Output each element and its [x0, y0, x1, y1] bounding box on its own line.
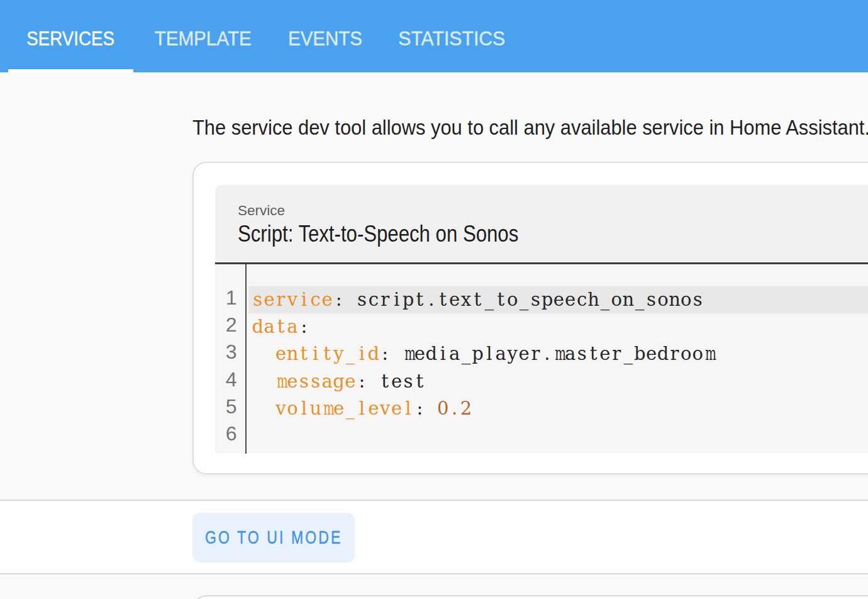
next-card-peek — [192, 595, 868, 599]
bottom-strip — [0, 574, 868, 599]
service-select-value: Script: Text-to-Speech on Sonos — [238, 220, 571, 248]
code-line-1: service: script.text_to_speech_on_sonos — [248, 286, 868, 313]
line-number: 4 — [215, 366, 237, 393]
tab-label: STATISTICS — [398, 22, 505, 50]
code-line-2: data: — [248, 313, 868, 340]
select-value-text: Script: Text-to-Speech on Sonos — [238, 220, 518, 248]
code-line-6 — [248, 422, 868, 449]
line-number: 5 — [215, 393, 237, 420]
select-label-text: Service — [238, 202, 285, 220]
service-select[interactable]: Service Script: Text-to-Speech on Sonos — [215, 185, 868, 264]
editor-line-numbers: 123456 — [215, 264, 247, 454]
tab-bar: SERVICESTEMPLATEEVENTSSTATISTICS — [0, 0, 868, 72]
tab-statistics[interactable]: STATISTICS — [378, 0, 525, 72]
mode-switch-row: GO TO UI MODE — [0, 501, 868, 573]
tab-template[interactable]: TEMPLATE — [133, 0, 272, 72]
tab-label: EVENTS — [288, 22, 362, 50]
go-to-ui-mode-button[interactable]: GO TO UI MODE — [192, 513, 355, 563]
active-tab-indicator — [8, 69, 133, 72]
line-number: 2 — [215, 311, 237, 339]
line-number: 6 — [215, 420, 237, 447]
code-line-4: message: test — [248, 368, 868, 395]
line-number: 1 — [215, 284, 237, 311]
tab-label: TEMPLATE — [154, 22, 251, 50]
tab-label: SERVICES — [27, 22, 115, 50]
code-line-3: entity_id: media_player.master_bedroom — [248, 340, 868, 367]
service-card: Service Script: Text-to-Speech on Sonos … — [192, 162, 868, 474]
yaml-editor[interactable]: 123456 service: script.text_to_speech_on… — [215, 264, 868, 454]
line-number: 3 — [215, 339, 237, 366]
tab-events[interactable]: EVENTS — [272, 0, 378, 72]
service-select-label: Service — [238, 202, 285, 220]
intro-text: The service dev tool allows you to call … — [192, 115, 868, 140]
editor-code[interactable]: service: script.text_to_speech_on_sonosd… — [248, 264, 868, 454]
button-label: GO TO UI MODE — [205, 527, 342, 548]
intro-text-label: The service dev tool allows you to call … — [192, 115, 868, 140]
code-line-5: volume_level: 0.2 — [248, 395, 868, 422]
tab-services[interactable]: SERVICES — [8, 0, 133, 72]
developer-tools-services-page: SERVICESTEMPLATEEVENTSSTATISTICS The ser… — [0, 0, 868, 599]
